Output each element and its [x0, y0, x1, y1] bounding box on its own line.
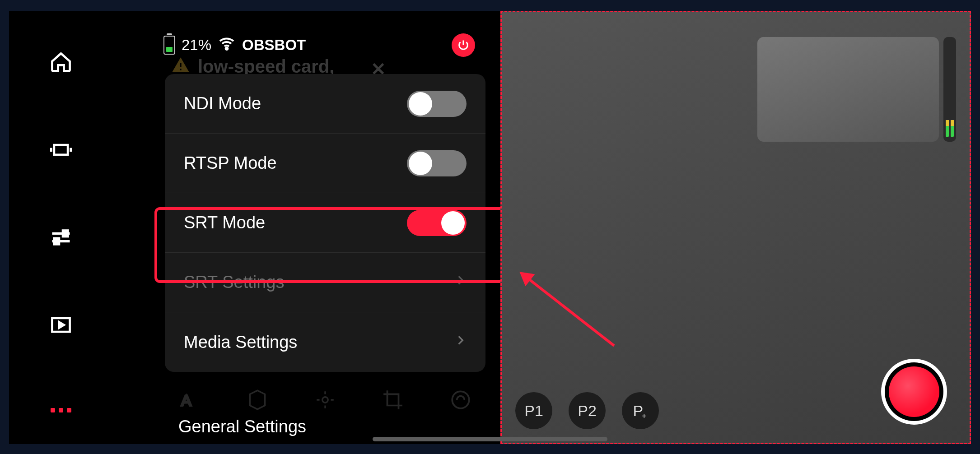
svg-point-12 — [322, 397, 328, 403]
background-toolbar-icons: A — [178, 389, 472, 411]
preset-2-button[interactable]: P2 — [569, 392, 606, 429]
chevron-right-icon — [455, 330, 467, 354]
media-settings-row[interactable]: Media Settings — [165, 312, 485, 372]
status-bar: 21% OBSBOT — [113, 33, 500, 57]
srt-mode-toggle[interactable] — [407, 210, 467, 236]
svg-rect-10 — [180, 69, 181, 70]
svg-rect-5 — [63, 231, 68, 236]
camera-preview: P1 P2 P+ — [500, 11, 971, 444]
srt-mode-label: SRT Mode — [184, 213, 265, 232]
frame-icon[interactable] — [49, 138, 73, 163]
svg-point-8 — [226, 47, 228, 50]
wifi-icon — [218, 34, 236, 56]
network-settings-panel: NDI Mode RTSP Mode SRT Mode SRT Settings… — [165, 74, 485, 372]
srt-settings-row[interactable]: SRT Settings — [165, 253, 485, 312]
ndi-mode-toggle[interactable] — [407, 91, 467, 117]
ndi-mode-row: NDI Mode — [165, 74, 485, 134]
audio-level-meter — [943, 37, 956, 142]
chevron-right-icon — [455, 270, 467, 294]
ndi-mode-label: NDI Mode — [184, 94, 261, 113]
power-button[interactable] — [452, 33, 475, 57]
preset-buttons: P1 P2 P+ — [515, 392, 659, 429]
record-button[interactable] — [881, 359, 947, 425]
srt-mode-row: SRT Mode — [165, 193, 485, 253]
media-icon[interactable] — [49, 313, 73, 338]
rtsp-mode-row: RTSP Mode — [165, 134, 485, 193]
sliders-icon[interactable] — [49, 226, 73, 251]
home-icon[interactable] — [49, 51, 73, 76]
preset-1-button[interactable]: P1 — [515, 392, 552, 429]
more-icon[interactable] — [51, 408, 71, 412]
rtsp-mode-label: RTSP Mode — [184, 153, 277, 173]
srt-settings-label: SRT Settings — [184, 273, 285, 292]
device-name: OBSBOT — [242, 37, 306, 54]
general-settings-heading[interactable]: General Settings — [178, 417, 306, 436]
svg-text:A: A — [181, 392, 191, 409]
svg-point-13 — [452, 391, 469, 408]
settings-panel-column: 21% OBSBOT low-speed card, please replac… — [113, 11, 500, 444]
media-settings-label: Media Settings — [184, 333, 297, 352]
svg-rect-9 — [180, 63, 181, 67]
svg-rect-6 — [54, 238, 59, 244]
battery-icon — [163, 36, 175, 55]
home-indicator — [373, 437, 607, 441]
rtsp-mode-toggle[interactable] — [407, 150, 467, 176]
svg-rect-0 — [54, 145, 68, 155]
pip-preview[interactable] — [757, 37, 939, 142]
left-nav — [9, 11, 113, 444]
battery-percent: 21% — [182, 37, 211, 54]
annotation-arrow — [521, 273, 615, 347]
preset-add-button[interactable]: P+ — [622, 392, 659, 429]
